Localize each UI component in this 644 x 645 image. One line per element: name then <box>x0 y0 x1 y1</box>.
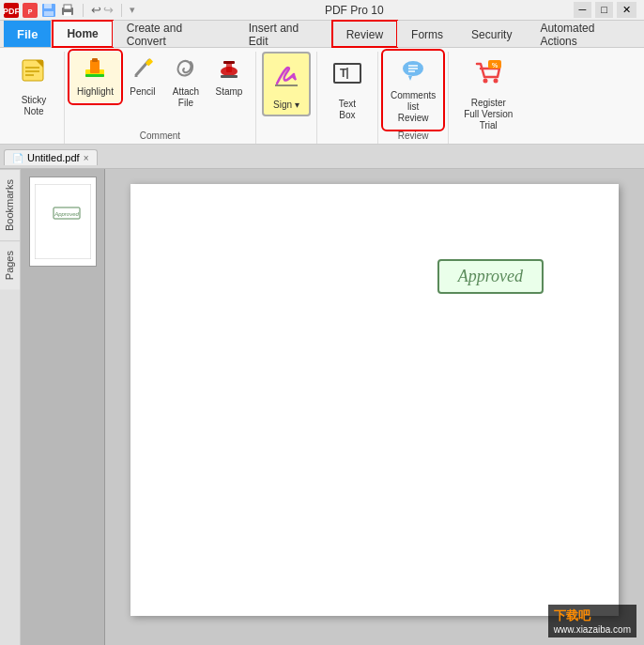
redo-button[interactable]: ↪ <box>103 3 114 17</box>
page-panel: Approved <box>21 169 105 645</box>
tab-forms[interactable]: Forms <box>397 21 457 47</box>
maximize-button[interactable]: □ <box>595 2 613 18</box>
pencil-icon <box>130 56 155 84</box>
ribbon-group-sign: Sign ▾ <box>256 52 317 144</box>
comments-list-button[interactable]: Comments list Review <box>384 52 442 129</box>
svg-rect-17 <box>92 58 98 62</box>
svg-rect-8 <box>64 5 71 9</box>
text-box-button[interactable]: T Text Box <box>323 52 372 126</box>
highlight-label: Highlight <box>77 86 114 98</box>
divider2 <box>121 4 122 17</box>
main-canvas: Approved <box>105 169 644 645</box>
tab-insert-edit[interactable]: Insert and Edit <box>235 21 332 47</box>
svg-text:%: % <box>492 62 498 69</box>
sticky-note-icon <box>19 56 49 93</box>
trial-buttons: % Register Full Version Trial <box>454 52 522 144</box>
watermark: 下载吧 www.xiazaiba.com <box>548 605 636 637</box>
app-icon-pdf: PDF <box>4 3 19 18</box>
register-button[interactable]: % Register Full Version Trial <box>454 52 522 136</box>
attach-file-icon <box>174 56 198 84</box>
tab-bar: File Home Create and Convert Insert and … <box>0 21 644 48</box>
svg-text:P: P <box>28 8 33 15</box>
tab-home[interactable]: Home <box>53 21 112 47</box>
divider <box>83 4 84 17</box>
ribbon-group-trial: % Register Full Version Trial <box>449 52 528 144</box>
sign-icon <box>269 57 303 98</box>
svg-rect-6 <box>44 11 54 16</box>
register-label: Register Full Version Trial <box>464 98 513 131</box>
approved-stamp[interactable]: Approved <box>437 259 544 294</box>
sign-label: Sign ▾ <box>273 100 299 111</box>
highlight-button[interactable]: Highlight <box>70 52 120 102</box>
comments-list-icon <box>399 56 427 88</box>
svg-rect-9 <box>64 12 71 16</box>
pencil-button[interactable]: Pencil <box>122 52 163 102</box>
sidebar-tab-bookmarks[interactable]: Bookmarks <box>0 169 20 240</box>
review-group-label: Review <box>398 129 429 144</box>
svg-rect-5 <box>44 4 52 8</box>
text-buttons: T Text Box <box>323 52 372 144</box>
sidebar-tab-pages[interactable]: Pages <box>0 240 20 289</box>
svg-text:PDF: PDF <box>4 7 19 16</box>
svg-text:Approved: Approved <box>54 211 79 217</box>
undo-button[interactable]: ↩ <box>91 3 101 17</box>
stamp-button[interactable]: Stamp <box>208 52 250 102</box>
pdf-file-icon: 📄 <box>12 153 23 163</box>
tab-automated[interactable]: Automated Actions <box>526 21 644 47</box>
doc-tab-bar: 📄 Untitled.pdf × <box>0 145 644 169</box>
window-controls[interactable]: PDF P ↩ ↪ <box>4 3 135 18</box>
tab-create-convert[interactable]: Create and Convert <box>113 21 235 47</box>
stamp-label: Stamp <box>215 86 242 98</box>
svg-marker-31 <box>408 76 412 81</box>
ribbon: File Home Create and Convert Insert and … <box>0 21 644 145</box>
tab-file[interactable]: File <box>4 21 51 47</box>
print-icon[interactable] <box>60 3 75 18</box>
svg-text:T: T <box>340 67 347 80</box>
sticky-note-label: Sticky Note <box>22 95 47 117</box>
stamp-icon <box>217 56 241 84</box>
comment-group-label: Comment <box>140 129 180 144</box>
comment-buttons: Highlight Pencil <box>70 52 250 129</box>
pencil-label: Pencil <box>130 86 155 98</box>
svg-rect-25 <box>221 75 238 78</box>
watermark-line2: www.xiazaiba.com <box>554 624 631 635</box>
ribbon-group-review: Comments list Review Review <box>378 52 449 144</box>
document-area: 📄 Untitled.pdf × Bookmarks Pages Approve… <box>0 145 644 645</box>
close-button[interactable]: ✕ <box>617 2 636 18</box>
svg-point-35 <box>483 79 488 84</box>
note-buttons: Sticky Note <box>9 52 58 144</box>
save-icon[interactable] <box>41 3 56 18</box>
sign-buttons: Sign ▾ <box>262 52 311 144</box>
doc-area: Bookmarks Pages Approved Approved <box>0 169 644 645</box>
doc-tab-filename: Untitled.pdf <box>27 152 80 163</box>
svg-rect-23 <box>226 63 232 72</box>
attach-file-label: Attach File <box>173 86 199 109</box>
text-box-label: Text Box <box>339 99 356 121</box>
app-title: PDF Pro 10 <box>135 4 574 17</box>
ribbon-group-text: T Text Box <box>317 52 378 144</box>
pdf-page: Approved <box>130 184 619 616</box>
highlight-icon <box>83 56 107 84</box>
register-icon: % <box>471 56 505 96</box>
comments-list-label: Comments list Review <box>391 90 436 124</box>
ribbon-group-note: Sticky Note <box>4 52 65 144</box>
doc-tab-close-button[interactable]: × <box>84 153 89 163</box>
svg-rect-16 <box>90 60 100 73</box>
doc-tab-untitled[interactable]: 📄 Untitled.pdf × <box>4 149 98 165</box>
undo-redo-group[interactable]: ↩ ↪ <box>91 3 114 17</box>
watermark-line1: 下载吧 <box>554 607 631 624</box>
review-buttons: Comments list Review <box>384 52 442 129</box>
tab-review[interactable]: Review <box>332 21 397 47</box>
app-icon-small: P <box>23 3 38 18</box>
title-bar: PDF P ↩ ↪ <box>0 0 644 21</box>
attach-file-button[interactable]: Attach File <box>165 52 207 114</box>
minimize-button[interactable]: ─ <box>574 2 592 18</box>
tab-security[interactable]: Security <box>457 21 526 47</box>
text-box-icon: T <box>330 56 364 97</box>
page-thumbnail[interactable]: Approved <box>29 177 97 267</box>
sign-button[interactable]: Sign ▾ <box>262 52 311 116</box>
sticky-note-button[interactable]: Sticky Note <box>9 52 58 122</box>
svg-rect-24 <box>223 61 235 64</box>
ribbon-group-comment: Highlight Pencil <box>65 52 256 144</box>
svg-rect-18 <box>85 74 104 77</box>
